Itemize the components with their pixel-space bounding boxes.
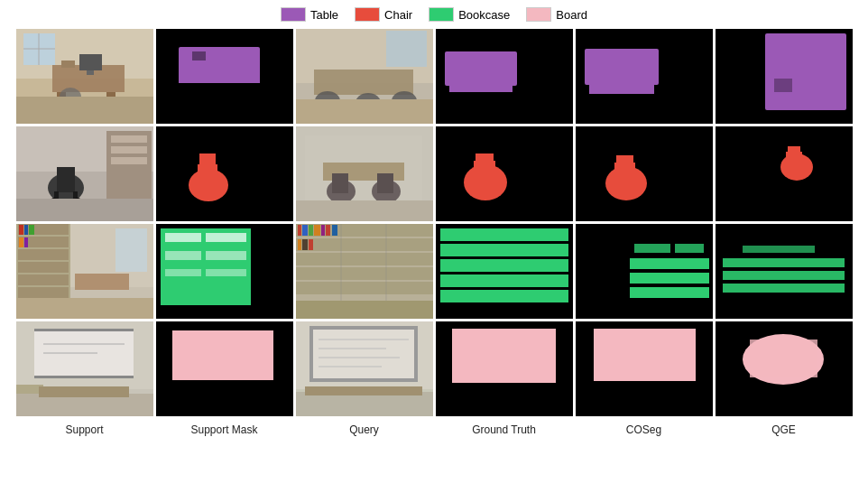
svg-rect-34 [774,79,792,92]
svg-rect-11 [16,97,153,124]
svg-rect-114 [302,239,308,250]
svg-rect-24 [296,99,433,124]
svg-rect-98 [161,285,251,305]
svg-rect-19 [386,31,427,67]
svg-rect-164 [594,329,696,381]
svg-rect-93 [206,233,246,242]
r1c5-coseg [576,29,713,124]
legend-item-bookcase: Bookcase [429,7,510,22]
svg-rect-83 [29,225,34,235]
col-label-coseg: COSeg [576,422,713,436]
r3c2-support-mask [156,224,293,319]
bookcase-label: Bookcase [458,8,510,22]
svg-rect-85 [24,237,28,247]
svg-rect-125 [576,224,713,319]
svg-rect-92 [165,233,201,242]
svg-rect-51 [199,153,216,170]
r3c1-support [16,224,153,319]
svg-rect-47 [16,199,153,221]
svg-rect-130 [675,244,704,253]
svg-rect-124 [440,290,568,302]
svg-rect-105 [296,282,433,294]
r4c1-support [16,321,153,416]
svg-rect-153 [309,326,313,382]
chair-label: Chair [384,8,412,22]
table-label: Table [310,8,338,22]
image-grid [16,29,853,416]
r4c2-support-mask [156,321,293,416]
svg-rect-40 [111,157,147,164]
r4c4-ground-truth [436,321,573,416]
svg-rect-121 [440,244,568,256]
r4c6-qge [716,321,853,416]
svg-rect-154 [414,326,418,382]
chair-swatch [355,7,380,22]
svg-rect-139 [34,329,134,331]
svg-rect-159 [296,392,433,416]
legend-item-table: Table [281,7,338,22]
svg-rect-128 [630,287,709,298]
svg-rect-88 [75,274,129,290]
board-swatch [526,7,551,22]
svg-rect-78 [18,262,69,273]
r1c2-support-mask [156,29,293,124]
r3c6-qge [716,224,853,319]
r1c1-support [16,29,153,124]
r2c4-ground-truth [436,126,573,221]
r1c6-qge [716,29,853,124]
svg-rect-38 [111,135,147,143]
svg-rect-133 [723,271,845,280]
svg-rect-151 [309,326,418,330]
svg-rect-107 [302,225,308,236]
r2c2-support-mask [156,126,293,221]
svg-rect-39 [111,146,147,153]
table-swatch [281,7,306,22]
r2c5-coseg [576,126,713,221]
col-label-support: Support [16,422,153,436]
r3c4-ground-truth [436,224,573,319]
svg-rect-84 [19,237,23,247]
svg-rect-167 [750,340,817,377]
svg-rect-152 [309,378,418,382]
svg-rect-108 [309,225,313,236]
col-label-qge: QGE [716,422,853,436]
svg-rect-95 [206,251,246,260]
r4c5-coseg [576,321,713,416]
svg-rect-8 [79,54,102,70]
r2c6-qge [716,126,853,221]
r1c3-query [296,29,433,124]
svg-rect-97 [206,269,246,276]
svg-rect-109 [314,225,320,236]
svg-rect-122 [440,259,568,272]
svg-rect-140 [34,376,134,378]
svg-rect-94 [165,251,201,260]
r2c3-query [296,126,433,221]
svg-rect-60 [296,200,433,221]
r4c3-query [296,321,433,416]
r3c5-coseg [576,224,713,319]
r3c3-query [296,224,433,319]
svg-rect-9 [87,70,94,75]
svg-rect-115 [309,239,313,250]
col-label-support-mask: Support Mask [156,422,293,436]
col-label-query: Query [296,422,433,436]
svg-rect-112 [332,225,337,236]
svg-rect-27 [449,81,512,92]
main-container: Table Chair Bookcase Board [0,0,868,493]
legend-item-chair: Chair [355,7,412,22]
svg-rect-96 [165,269,201,276]
svg-rect-68 [616,155,633,167]
legend: Table Chair Bookcase Board [281,7,587,22]
r2c1-support [16,126,153,221]
svg-rect-33 [770,38,846,106]
svg-rect-127 [630,273,709,284]
board-label: Board [556,8,587,22]
col-label-ground-truth: Ground Truth [436,422,573,436]
svg-rect-64 [476,153,494,166]
svg-rect-111 [326,225,330,236]
svg-rect-145 [39,386,129,397]
svg-rect-132 [723,258,845,267]
svg-rect-26 [445,51,517,86]
svg-rect-79 [18,274,69,285]
bookcase-swatch [429,7,454,22]
